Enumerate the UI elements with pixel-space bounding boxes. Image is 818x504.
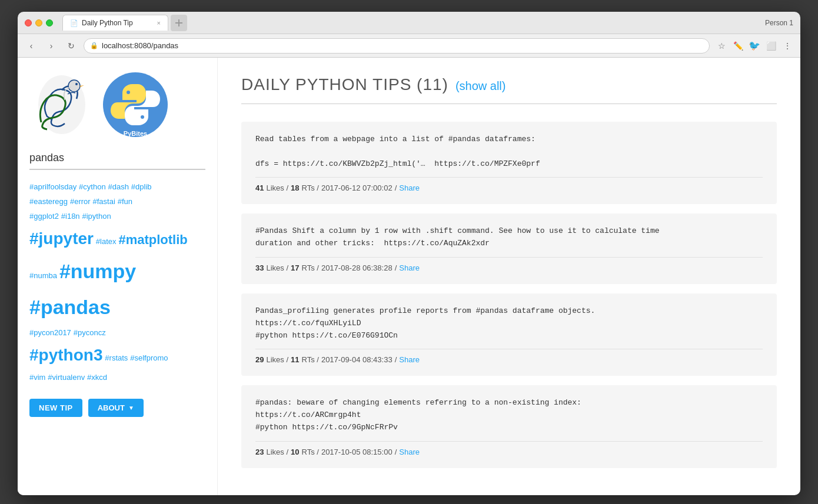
sidebar-tag-title: pandas [29, 152, 205, 170]
tip-share-link[interactable]: Share [399, 263, 420, 272]
address-bar[interactable]: 🔒 localhost:8080/pandas [84, 38, 710, 54]
tip-meta: 33 Likes / 17 RTs / 2017-08-28 06:38:28 … [255, 257, 763, 272]
edit-icon[interactable]: ✏️ [731, 39, 745, 53]
tag-cython[interactable]: #cython [79, 182, 106, 191]
tab-close-button[interactable]: × [157, 19, 161, 26]
security-icon: 🔒 [90, 42, 98, 49]
tip-share-link[interactable]: Share [399, 448, 420, 456]
tip-likes: 41 [255, 183, 264, 192]
sidebar-logo: PyBites [29, 69, 205, 140]
svg-point-6 [127, 91, 130, 94]
browser-toolbar: ‹ › ↻ 🔒 localhost:8080/pandas ☆ ✏️ 🐦 ⬜ ⋮ [18, 34, 800, 58]
tip-likes: 33 [255, 263, 264, 272]
url-text: localhost:8080/pandas [102, 41, 178, 50]
svg-rect-1 [175, 22, 182, 24]
tip-meta: 29 Likes / 11 RTs / 2017-09-04 08:43:33 … [255, 349, 763, 364]
tag-xkcd[interactable]: #xkcd [87, 373, 107, 382]
tip-card: #pandas: beware of changing elements ref… [241, 385, 777, 468]
browser-content: PyBites pandas #aprilfoolsday #cython #d… [18, 58, 800, 495]
tag-dplib[interactable]: #dplib [131, 182, 152, 191]
tag-pycon2017[interactable]: #pycon2017 [29, 328, 71, 337]
tip-date: 2017-10-05 08:15:00 [321, 448, 393, 456]
tip-text: #pandas: beware of changing elements ref… [255, 397, 763, 433]
back-button[interactable]: ‹ [24, 38, 39, 54]
new-tab-button[interactable] [171, 15, 187, 31]
tips-list: Read tables from a webpage into a list o… [241, 122, 777, 468]
tag-jupyter[interactable]: #jupyter [29, 229, 94, 248]
tag-numpy[interactable]: #numpy [59, 260, 136, 282]
bookmark-icon[interactable]: ☆ [714, 39, 729, 53]
show-all-link[interactable]: (show all) [455, 79, 506, 93]
tip-date: 2017-09-04 08:43:33 [321, 355, 393, 364]
tip-rts: 11 [291, 355, 299, 364]
forward-button[interactable]: › [44, 38, 59, 54]
sidebar-buttons: NEW TIP ABOUT [29, 399, 205, 417]
svg-point-4 [75, 83, 78, 85]
tip-rts: 10 [291, 448, 299, 456]
traffic-lights [25, 19, 53, 26]
tip-share-link[interactable]: Share [399, 355, 420, 364]
svg-point-3 [68, 80, 80, 92]
page-heading: DAILY PYTHON TIPS (11) (show all) [241, 75, 777, 104]
tag-fun[interactable]: #fun [118, 197, 132, 206]
browser-titlebar: 📄 Daily Python Tip × Person 1 [18, 12, 800, 34]
minimize-button[interactable] [35, 19, 42, 26]
pybites-logo-icon: PyBites [100, 69, 171, 140]
tag-fastai[interactable]: #fastai [93, 197, 115, 206]
refresh-button[interactable]: ↻ [64, 38, 79, 54]
tag-ipython[interactable]: #ipython [82, 212, 111, 221]
tip-card: Pandas_profiling generates profile repor… [241, 293, 777, 376]
extensions-icon[interactable]: ⬜ [764, 39, 778, 53]
tip-text: #Pandas Shift a column by 1 row with .sh… [255, 225, 763, 250]
tip-meta: 23 Likes / 10 RTs / 2017-10-05 08:15:00 … [255, 441, 763, 456]
tag-matplotlib[interactable]: #matplotlib [118, 232, 187, 247]
tag-i18n[interactable]: #i18n [61, 212, 80, 221]
svg-text:PyBites: PyBites [124, 130, 147, 137]
main-content: DAILY PYTHON TIPS (11) (show all) Read t… [218, 58, 800, 495]
tag-virtualenv[interactable]: #virtualenv [48, 373, 85, 382]
toolbar-actions: ☆ ✏️ 🐦 ⬜ ⋮ [714, 39, 794, 53]
tip-text: Read tables from a webpage into a list o… [255, 133, 763, 170]
tab-title: Daily Python Tip [82, 19, 133, 27]
tip-share-link[interactable]: Share [399, 183, 420, 192]
menu-icon[interactable]: ⋮ [780, 39, 794, 53]
tag-dash[interactable]: #dash [108, 182, 129, 191]
tip-card: #Pandas Shift a column by 1 row with .sh… [241, 213, 777, 284]
browser-tab[interactable]: 📄 Daily Python Tip × [62, 15, 168, 31]
tag-rstats[interactable]: #rstats [105, 353, 128, 362]
bird-logo-icon [29, 69, 94, 140]
tab-favicon-icon: 📄 [70, 19, 78, 27]
tip-rts: 18 [291, 183, 299, 192]
about-button[interactable]: ABOUT [88, 399, 144, 417]
tip-text: Pandas_profiling generates profile repor… [255, 305, 763, 342]
user-label: Person 1 [765, 19, 793, 27]
tip-meta: 41 Likes / 18 RTs / 2017-06-12 07:00:02 … [255, 177, 763, 192]
new-tip-button[interactable]: NEW TIP [29, 399, 82, 417]
tag-vim[interactable]: #vim [29, 373, 45, 382]
tip-likes: 29 [255, 355, 264, 364]
tag-latex[interactable]: #latex [96, 237, 117, 246]
tag-cloud: #aprilfoolsday #cython #dash #dplib #eas… [29, 179, 205, 385]
tag-aprilfoolsday[interactable]: #aprilfoolsday [29, 182, 77, 191]
svg-point-7 [141, 115, 144, 119]
tag-easteregg[interactable]: #easteregg [29, 197, 68, 206]
tag-error[interactable]: #error [70, 197, 91, 206]
tag-selfpromo[interactable]: #selfpromo [130, 353, 168, 362]
tag-python3[interactable]: #python3 [29, 346, 102, 364]
tip-rts: 17 [291, 263, 299, 272]
close-button[interactable] [25, 19, 32, 26]
tag-ggplot2[interactable]: #ggplot2 [29, 212, 59, 221]
tip-card: Read tables from a webpage into a list o… [241, 122, 777, 204]
tip-date: 2017-06-12 07:00:02 [321, 183, 393, 192]
tag-numba[interactable]: #numba [29, 271, 57, 280]
page-title: DAILY PYTHON TIPS (11) [241, 75, 448, 94]
tip-likes: 23 [255, 448, 264, 456]
browser-window: 📄 Daily Python Tip × Person 1 ‹ › ↻ 🔒 lo… [18, 12, 800, 495]
tab-bar: 📄 Daily Python Tip × [62, 15, 765, 31]
tag-pandas[interactable]: #pandas [29, 296, 111, 318]
sidebar: PyBites pandas #aprilfoolsday #cython #d… [18, 58, 218, 495]
maximize-button[interactable] [46, 19, 53, 26]
tag-pyconcz[interactable]: #pyconcz [74, 328, 106, 337]
twitter-icon[interactable]: 🐦 [747, 39, 762, 53]
tip-date: 2017-08-28 06:38:28 [321, 263, 393, 272]
